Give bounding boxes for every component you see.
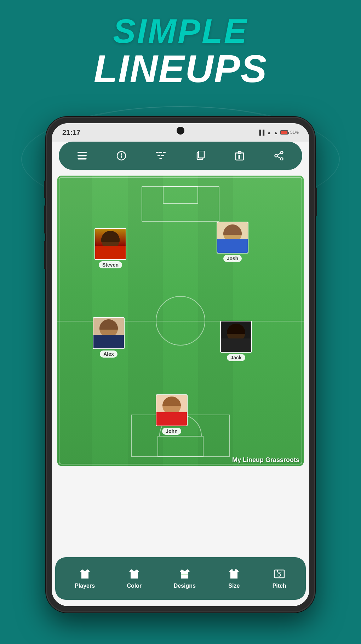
svg-line-26 (277, 156, 281, 158)
svg-rect-0 (78, 152, 87, 153)
network-icon: ▲ (274, 130, 278, 135)
nav-pitch[interactable]: Pitch (273, 568, 286, 589)
phone-screen: 21:17 ▐▐ ▲ ▲ 51% (52, 123, 309, 606)
title-area: SIMPLE LINEUPS (0, 14, 361, 89)
signal-icon: ▐▐ (257, 130, 264, 135)
designs-shirt-icon (178, 568, 191, 581)
players-shirt-icon (79, 568, 91, 581)
pitch-label: My Lineup Grassroots (232, 456, 299, 464)
title-lineups: LINEUPS (0, 48, 361, 89)
nav-players-label: Players (75, 583, 95, 589)
volume-down-button (44, 205, 46, 234)
delete-icon[interactable] (231, 147, 248, 165)
player-steven[interactable]: Steven (94, 228, 126, 268)
pitch-container: Steven Josh (57, 176, 304, 466)
svg-point-22 (281, 152, 283, 154)
svg-line-25 (277, 153, 281, 155)
nav-players[interactable]: Players (75, 568, 95, 589)
nav-size[interactable]: Size (228, 568, 240, 589)
title-simple: SIMPLE (0, 14, 361, 48)
svg-rect-11 (159, 158, 162, 159)
nav-color-label: Color (127, 583, 142, 589)
status-time: 21:17 (62, 129, 80, 137)
wifi-icon: ▲ (267, 130, 271, 135)
menu-icon[interactable] (73, 147, 91, 165)
size-shirt-icon (228, 568, 240, 581)
svg-rect-8 (163, 152, 166, 153)
player-john-name: John (162, 428, 181, 435)
silent-button (44, 241, 46, 269)
share-icon[interactable] (270, 147, 288, 165)
player-josh-name: Josh (223, 255, 242, 262)
battery-icon (280, 130, 288, 135)
info-icon[interactable] (113, 147, 130, 165)
svg-rect-5 (121, 155, 122, 158)
copy-icon[interactable] (191, 147, 209, 165)
svg-point-4 (121, 153, 122, 155)
camera-notch (177, 127, 184, 135)
svg-rect-6 (156, 152, 159, 153)
svg-point-34 (278, 574, 281, 576)
battery-percent: 51% (290, 130, 299, 135)
svg-rect-2 (78, 158, 87, 160)
power-button (315, 188, 317, 216)
svg-rect-7 (159, 152, 162, 153)
svg-point-24 (275, 155, 277, 157)
pitch-field: Steven Josh (57, 176, 304, 466)
color-shirt-icon (128, 568, 141, 581)
player-john[interactable]: John (156, 394, 188, 435)
player-jack-name: Jack (227, 354, 245, 361)
volume-up-button (44, 181, 46, 198)
toolbar (59, 142, 302, 170)
center-circle (156, 296, 205, 346)
player-steven-name: Steven (99, 261, 122, 268)
nav-size-label: Size (228, 583, 240, 589)
player-alex-name: Alex (100, 351, 118, 358)
nav-pitch-label: Pitch (273, 583, 286, 589)
nav-designs-label: Designs (174, 583, 196, 589)
svg-rect-10 (161, 155, 164, 156)
nav-color[interactable]: Color (127, 568, 142, 589)
svg-point-23 (281, 158, 283, 160)
goal-box-bottom (157, 436, 204, 457)
svg-rect-1 (78, 155, 87, 156)
svg-rect-33 (277, 570, 281, 572)
nav-designs[interactable]: Designs (174, 568, 196, 589)
bottom-nav: Players Color Designs (55, 557, 306, 600)
svg-rect-14 (199, 151, 204, 158)
svg-rect-9 (157, 155, 160, 156)
player-jack[interactable]: Jack (220, 321, 252, 361)
pitch-nav-icon (273, 568, 286, 581)
player-josh[interactable]: Josh (217, 222, 248, 262)
player-alex[interactable]: Alex (93, 317, 125, 358)
phone-device: 21:17 ▐▐ ▲ ▲ 51% (46, 117, 315, 612)
goal-box-top (163, 186, 198, 204)
formation-icon[interactable] (152, 147, 170, 165)
status-icons: ▐▐ ▲ ▲ 51% (257, 130, 299, 135)
